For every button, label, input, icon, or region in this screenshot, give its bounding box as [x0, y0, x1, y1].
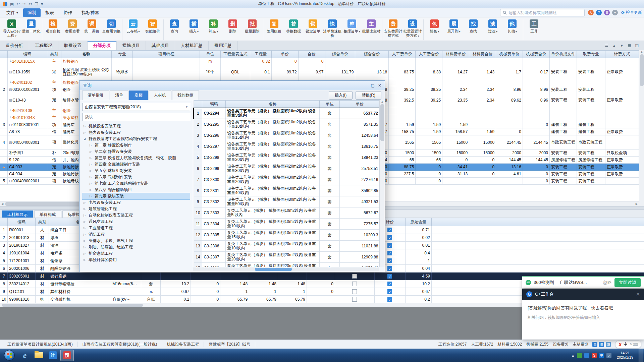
ribbon-全费用切换[interactable]: 切全费用切换: [102, 19, 121, 34]
cut-icon[interactable]: ✂: [29, 2, 32, 6]
ribbon-其他[interactable]: 他其他▾: [502, 19, 522, 35]
layout-icon[interactable]: ▦: [628, 43, 631, 48]
tree-item-静置设备与工艺金属结构制作安装工程[interactable]: ◢静置设备与工艺金属结构制作安装工程: [82, 136, 190, 142]
tree-item-通风空调工程[interactable]: ▷通风空调工程: [82, 219, 190, 225]
ribbon-删除[interactable]: 删删除: [223, 19, 243, 34]
tab-人材机汇总[interactable]: 人材机汇总: [175, 41, 209, 50]
tree-item-第二章 静置设备安装[interactable]: ▷第二章 静置设备安装: [82, 148, 190, 155]
check-update-button[interactable]: ⟳ 检查更新: [621, 10, 642, 15]
replace-button[interactable]: 替换(R): [356, 91, 381, 100]
tree-item-炉窑砌筑工程[interactable]: ▷炉窑砌筑工程: [82, 250, 190, 257]
insert-button[interactable]: 插入(I): [329, 91, 353, 100]
customize-dropdown-icon[interactable]: ▾: [41, 2, 43, 6]
tree-item-第七章 工艺金属结构制作安装[interactable]: ▷第七章 工艺金属结构制作安装: [82, 180, 190, 187]
ime-tool-icon[interactable]: ✎: [630, 342, 633, 346]
dialog-tab-定额[interactable]: 定额: [129, 90, 148, 100]
boq-row-C10-1959[interactable]: ⊟C10-1959定预留孔洞 混凝土楼板 公称直径150mm以内给排水10个QD…: [0, 65, 639, 79]
ribbon-补充[interactable]: 补补充▾: [204, 19, 223, 35]
tab-费用汇总[interactable]: 费用汇总: [209, 41, 238, 50]
ribbon-查询[interactable]: 查查询: [165, 19, 184, 34]
quota-row-C3-2301[interactable]: 8C3-2301设备类工艺单元（撬块） 撬块面积30m2以内 设备重量40t以内…: [194, 185, 380, 196]
glodon-ji-icon[interactable]: 计: [46, 350, 60, 361]
ribbon-批量设置计费方式[interactable]: 设批量设置计费方式▾: [403, 19, 422, 39]
ribbon-展开到[interactable]: 展展开到▾: [444, 19, 464, 35]
dialog-search-input[interactable]: [85, 115, 187, 119]
dialog-tab-我的数据[interactable]: 我的数据: [172, 90, 199, 100]
undo-icon[interactable]: ↶: [16, 2, 20, 6]
tree-item-第一章 静置设备制作[interactable]: ▷第一章 静置设备制作: [82, 142, 190, 148]
dialog-tab-清单指引[interactable]: 清单指引: [82, 90, 109, 100]
ime-lang-icon[interactable]: 中: [624, 342, 628, 347]
boq-row-240101015X[interactable]: └240101015X主焊接钢管m0.3200: [0, 58, 639, 65]
hidden-icons-arrow[interactable]: ▲: [571, 354, 575, 357]
dialog-search[interactable]: [82, 113, 190, 121]
ribbon-量价一体化[interactable]: 量量价一体化: [21, 19, 41, 34]
checkbox-checked[interactable]: [387, 266, 392, 271]
ime-tool-icon[interactable]: ⌨: [633, 342, 638, 346]
menu-文件[interactable]: 文件▾: [2, 8, 22, 17]
quota-row-C3-2296[interactable]: 3C3-2296设备类工艺单元（撬块） 撬块面积10m2以内 设备重量15t以内…: [194, 130, 380, 141]
tray-volume-icon[interactable]: ♪: [606, 353, 611, 358]
ribbon-查找[interactable]: 找查找: [464, 19, 483, 34]
checkbox-checked[interactable]: [387, 289, 392, 294]
ribbon-费用查看[interactable]: 费费用查看: [63, 19, 82, 34]
main-vscrollbar[interactable]: ▲: [639, 50, 644, 201]
help-icon[interactable]: ?: [596, 10, 602, 15]
window-layout-icon[interactable]: ◨: [606, 342, 611, 347]
tab-造价分析[interactable]: 造价分析: [0, 41, 29, 50]
ribbon-颜色[interactable]: 色颜色▾: [425, 19, 444, 35]
tray-ime-icon[interactable]: 中: [599, 353, 604, 358]
tree-item-给排水、采暖、燃气工程[interactable]: ▷给排水、采暖、燃气工程: [82, 238, 190, 244]
expand-icon[interactable]: ◫: [635, 43, 639, 48]
tree-item-热力设备安装工程[interactable]: ▷热力设备安装工程: [82, 129, 190, 136]
checkbox-checked[interactable]: [387, 274, 392, 279]
more-dropdown-icon[interactable]: ▾: [612, 10, 618, 15]
dialog-hscroll-thumb[interactable]: [255, 268, 292, 271]
ribbon-批量删除[interactable]: 批批量删除: [243, 19, 262, 34]
global-search[interactable]: [500, 9, 585, 16]
tab-工程概况[interactable]: 工程概况: [29, 41, 58, 50]
copy-icon[interactable]: ❐: [35, 2, 39, 6]
gplus-message[interactable]: [答疑解惑]你的回答有回复了喔，快去看看吧: [528, 305, 639, 311]
vscroll-thumb[interactable]: [640, 54, 644, 86]
ribbon-工具[interactable]: 工工具: [524, 19, 544, 34]
bottom-tab-工料机显示[interactable]: 工料机显示: [2, 210, 33, 218]
tab-其他项目[interactable]: 其他项目: [146, 41, 175, 50]
sogou-icon[interactable]: S: [619, 342, 622, 347]
user-icon[interactable]: 人: [588, 10, 594, 15]
show-desktop-button[interactable]: [639, 349, 643, 362]
grid-layout-icon[interactable]: ▦: [599, 342, 604, 347]
ie-icon[interactable]: e: [18, 350, 32, 361]
close-icon[interactable]: ✕: [378, 83, 381, 88]
ime-toolbar[interactable]: S 中 ✎⌨: [615, 341, 641, 348]
tab-分部分项[interactable]: 分部分项: [88, 41, 117, 50]
tree-item-第九章 撬块安装[interactable]: ▷第九章 撬块安装: [82, 193, 190, 199]
gplus-related-question[interactable]: 相关问题：筏板加厚的水平箍筋如何输入: [528, 315, 639, 320]
ribbon-锁定清单[interactable]: 锁锁定清单: [303, 19, 323, 34]
tree-item-第五章 球罐组对安装[interactable]: ▷第五章 球罐组对安装: [82, 168, 190, 174]
checkbox-checked[interactable]: [387, 258, 392, 263]
ribbon-项目自检[interactable]: 检项目自检: [43, 19, 63, 34]
tree-item-消防工程[interactable]: ▷消防工程: [82, 231, 190, 238]
tray-antivirus-icon[interactable]: [577, 353, 582, 358]
quota-row-C3-2294[interactable]: 1C3-2294设备类工艺单元（撬块） 撬块面积10m2以内 设备重量5t以内套…: [194, 108, 380, 119]
toast-filter-button[interactable]: 立即过滤: [614, 278, 641, 287]
global-search-input[interactable]: [508, 10, 582, 15]
tree-item-第八章 综合辅助项目[interactable]: ▷第八章 综合辅助项目: [82, 187, 190, 193]
checkbox-unchecked[interactable]: [352, 289, 357, 294]
menu-报表[interactable]: 报表: [41, 8, 59, 17]
quota-row-C3-2302[interactable]: 9C3-2302设备类工艺单元（撬块） 撬块面积30m2以内 设备重量50t以内…: [194, 196, 380, 207]
quota-row-C3-2307[interactable]: 14C3-2307泵类工艺单元（撬块） 撬块面积20m2以内 设备重量20t以内…: [194, 252, 380, 263]
ribbon-批量改主材[interactable]: 主批量改主材: [362, 19, 381, 34]
checkbox-checked[interactable]: [387, 297, 392, 302]
toast-ignore-button[interactable]: 忽略: [603, 280, 612, 286]
quota-row-C3-2303[interactable]: 10C3-2303泵类工艺单元（撬块） 撬块面积10m2以内 设备重量5t以内套…: [194, 207, 380, 219]
dialog-titlebar[interactable]: 查询 ▢✕: [79, 81, 385, 90]
folder-icon[interactable]: [32, 350, 46, 361]
ribbon-过滤[interactable]: 滤过滤▾: [483, 19, 502, 35]
quota-row-C3-2299[interactable]: 6C3-2299设备类工艺单元（撬块） 撬块面积20m2以内 设备重量30t以内…: [194, 163, 380, 174]
glodon-yu-icon[interactable]: 预: [60, 350, 74, 361]
save-icon[interactable]: ▤: [10, 2, 14, 6]
list-icon[interactable]: ☰: [605, 43, 608, 48]
quota-row-C3-2305[interactable]: 12C3-2305泵类工艺单元（撬块） 撬块面积10m2以内 设备重量15t以内…: [194, 230, 380, 241]
